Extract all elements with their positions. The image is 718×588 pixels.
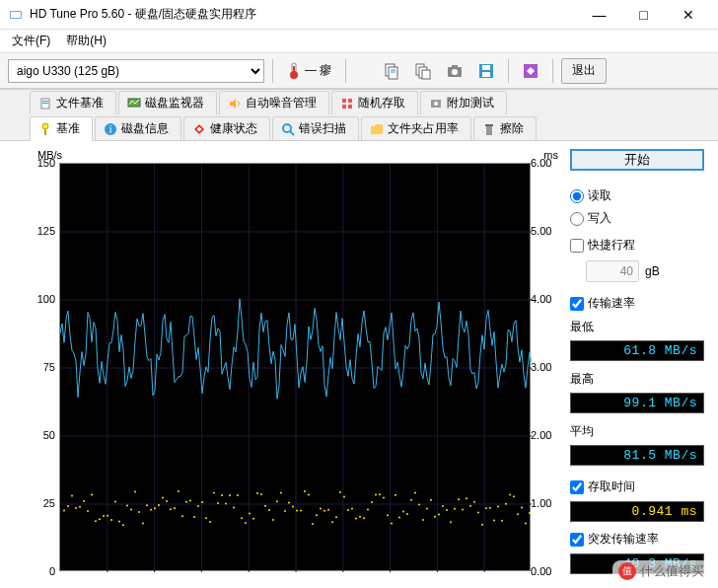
svg-point-72 (138, 511, 140, 513)
svg-point-160 (485, 507, 487, 509)
max-value: 99.1 MB/s (570, 393, 704, 413)
svg-point-74 (146, 504, 148, 506)
svg-point-70 (130, 508, 132, 510)
exit-button[interactable]: 退出 (561, 58, 607, 84)
svg-point-138 (398, 517, 400, 519)
svg-point-134 (383, 497, 385, 499)
tab-aam[interactable]: 自动噪音管理 (219, 91, 329, 114)
tab-scan[interactable]: 错误扫描 (272, 116, 359, 140)
svg-text:i: i (109, 124, 111, 135)
tab-info[interactable]: i磁盘信息 (95, 116, 181, 140)
svg-point-122 (335, 516, 337, 518)
drive-select[interactable]: aigo U330 (125 gB) (8, 59, 264, 83)
svg-rect-4 (293, 66, 295, 75)
svg-point-124 (343, 495, 345, 497)
tab-erase[interactable]: 擦除 (473, 116, 537, 140)
svg-rect-26 (348, 105, 352, 109)
erase-icon (482, 122, 496, 136)
ytick-left: 125 (30, 225, 55, 237)
svg-point-66 (114, 500, 116, 502)
menu-help[interactable]: 帮助(H) (58, 31, 114, 51)
file-icon (38, 97, 52, 110)
app-icon (8, 7, 24, 23)
write-radio[interactable]: 写入 (570, 209, 704, 228)
svg-point-162 (493, 519, 495, 521)
separator (508, 59, 509, 83)
options-button[interactable] (517, 58, 544, 84)
ytick-right: 4.00 (531, 293, 556, 305)
tab-monitor[interactable]: 磁盘监视器 (118, 91, 217, 114)
benchmark-chart: MB/s ms 1501251007550250 6.005.004.003.0… (18, 149, 558, 573)
copy-all-button[interactable] (409, 58, 437, 84)
tab-bench[interactable]: 基准 (30, 116, 93, 141)
tab-health[interactable]: 健康状态 (183, 116, 270, 140)
extra-icon (429, 97, 443, 110)
svg-point-81 (174, 507, 176, 509)
svg-point-100 (249, 512, 251, 514)
copy-text-button[interactable] (378, 58, 405, 84)
svg-point-89 (205, 517, 207, 519)
ytick-left: 100 (30, 293, 55, 305)
temperature-display: — 瘳 (281, 62, 337, 80)
svg-point-141 (410, 499, 412, 501)
svg-point-143 (418, 503, 420, 505)
screenshot-button[interactable] (441, 58, 468, 84)
svg-point-103 (260, 493, 262, 495)
menu-file[interactable]: 文件(F) (4, 31, 58, 51)
svg-point-149 (442, 505, 444, 507)
tab-folder[interactable]: 文件夹占用率 (361, 116, 471, 140)
watermark: 值什么值得买 (612, 560, 710, 582)
read-radio[interactable]: 读取 (570, 186, 704, 205)
access-value: 0.941 ms (570, 501, 704, 522)
svg-rect-6 (389, 67, 397, 79)
svg-point-59 (87, 510, 89, 512)
tab-extra[interactable]: 附加测试 (420, 91, 507, 114)
svg-point-35 (283, 124, 291, 132)
start-button[interactable]: 开始 (570, 149, 704, 171)
save-button[interactable] (472, 58, 500, 84)
svg-point-85 (189, 500, 191, 502)
svg-point-147 (434, 516, 436, 518)
maximize-button[interactable]: □ (621, 1, 666, 29)
svg-point-117 (316, 514, 318, 516)
svg-rect-21 (42, 103, 48, 104)
svg-point-60 (91, 494, 93, 496)
separator (345, 59, 346, 83)
svg-point-87 (197, 505, 199, 507)
tab-random[interactable]: 随机存取 (331, 91, 418, 114)
access-checkbox[interactable]: 存取时间 (570, 478, 704, 496)
svg-point-80 (170, 508, 172, 510)
svg-point-113 (300, 509, 302, 511)
ytick-right: 6.00 (531, 157, 556, 169)
svg-point-170 (525, 522, 527, 524)
svg-point-171 (529, 512, 531, 514)
svg-point-152 (454, 508, 456, 510)
svg-point-135 (387, 514, 389, 516)
transfer-checkbox[interactable]: 传输速率 (570, 294, 704, 313)
svg-point-116 (312, 523, 314, 525)
svg-point-106 (272, 519, 274, 521)
svg-point-131 (371, 501, 373, 503)
min-value: 61.8 MB/s (570, 340, 704, 361)
burst-checkbox[interactable]: 突发传输速率 (570, 530, 704, 549)
svg-point-144 (422, 519, 424, 521)
svg-point-105 (268, 509, 270, 511)
svg-point-57 (79, 506, 81, 508)
minimize-button[interactable]: — (577, 1, 621, 29)
svg-point-94 (225, 503, 227, 505)
svg-point-73 (142, 523, 144, 525)
svg-point-88 (201, 501, 203, 503)
close-button[interactable]: ✕ (666, 1, 710, 29)
ytick-left: 0 (30, 565, 55, 577)
ytick-right: 3.00 (531, 361, 556, 373)
svg-point-79 (166, 500, 168, 502)
svg-point-118 (320, 508, 322, 510)
svg-point-169 (521, 507, 523, 509)
folder-icon (370, 122, 384, 136)
short-stroke-checkbox[interactable]: 快捷行程 (570, 236, 704, 255)
tab-file[interactable]: 文件基准 (30, 91, 116, 114)
short-stroke-input[interactable] (586, 260, 639, 282)
svg-point-159 (481, 524, 483, 526)
svg-rect-20 (42, 101, 48, 102)
svg-point-161 (489, 507, 491, 509)
